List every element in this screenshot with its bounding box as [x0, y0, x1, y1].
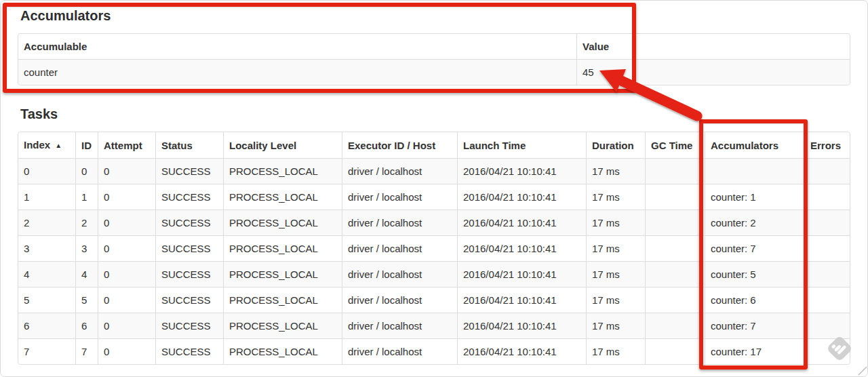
column-header-value: Value	[576, 34, 850, 59]
table-cell	[645, 235, 705, 261]
table-cell: 0	[98, 210, 155, 235]
table-cell	[804, 287, 850, 313]
table-cell	[804, 210, 850, 235]
table-cell: 5	[75, 287, 98, 313]
table-cell	[705, 158, 804, 184]
column-header-errors[interactable]: Errors	[804, 132, 850, 158]
table-cell: SUCCESS	[155, 261, 223, 287]
table-cell: 0	[98, 184, 155, 210]
table-row: 000SUCCESSPROCESS_LOCALdriver / localhos…	[18, 158, 850, 184]
table-cell: 0	[98, 235, 155, 261]
column-header-locality-level[interactable]: Locality Level	[223, 132, 342, 158]
table-cell: 17 ms	[586, 158, 645, 184]
table-cell: 2016/04/21 10:10:41	[457, 338, 586, 364]
column-header-label: Errors	[810, 140, 841, 151]
table-cell: 7	[18, 338, 75, 364]
table-cell	[645, 184, 705, 210]
table-cell: 1	[75, 184, 98, 210]
table-cell: counter: 7	[705, 313, 804, 338]
column-header-gc-time[interactable]: GC Time	[645, 132, 705, 158]
table-cell: counter: 1	[705, 184, 804, 210]
table-cell: SUCCESS	[155, 235, 223, 261]
column-header-id[interactable]: ID	[75, 132, 98, 158]
tasks-section-title: Tasks	[20, 106, 849, 121]
table-cell: 17 ms	[586, 261, 645, 287]
table-cell	[804, 184, 850, 210]
resize-corner-icon	[859, 367, 867, 375]
table-cell: 0	[98, 261, 155, 287]
table-row: 660SUCCESSPROCESS_LOCALdriver / localhos…	[18, 313, 850, 338]
table-cell: counter: 17	[705, 338, 804, 364]
table-cell: PROCESS_LOCAL	[223, 235, 342, 261]
table-cell: 0	[18, 158, 75, 184]
table-cell: 0	[75, 158, 98, 184]
table-cell: SUCCESS	[155, 287, 223, 313]
table-cell: PROCESS_LOCAL	[223, 287, 342, 313]
table-row: 330SUCCESSPROCESS_LOCALdriver / localhos…	[18, 235, 850, 261]
table-cell: SUCCESS	[155, 210, 223, 235]
tasks-header-row: Index▲IDAttemptStatusLocality LevelExecu…	[18, 132, 850, 158]
table-cell: counter: 5	[705, 261, 804, 287]
spark-stage-page: Accumulators AccumulableValue counter45 …	[18, 8, 849, 365]
table-row: 220SUCCESSPROCESS_LOCALdriver / localhos…	[18, 210, 850, 235]
tasks-table: Index▲IDAttemptStatusLocality LevelExecu…	[18, 132, 850, 365]
accumulators-table: AccumulableValue counter45	[18, 33, 850, 85]
table-cell: driver / localhost	[342, 158, 457, 184]
column-header-label: Executor ID / Host	[348, 140, 435, 151]
table-cell: 7	[75, 338, 98, 364]
table-cell: PROCESS_LOCAL	[223, 184, 342, 210]
column-header-label: Value	[583, 41, 609, 52]
column-header-accumulators[interactable]: Accumulators	[705, 132, 804, 158]
column-header-launch-time[interactable]: Launch Time	[457, 132, 586, 158]
table-cell: PROCESS_LOCAL	[223, 210, 342, 235]
table-cell	[804, 313, 850, 338]
column-header-label: Accumulable	[24, 41, 87, 52]
table-cell: 6	[75, 313, 98, 338]
table-cell: 2016/04/21 10:10:41	[457, 158, 586, 184]
table-cell: 2016/04/21 10:10:41	[457, 210, 586, 235]
column-header-status[interactable]: Status	[155, 132, 223, 158]
column-header-label: Launch Time	[463, 140, 526, 151]
table-cell: PROCESS_LOCAL	[223, 261, 342, 287]
table-cell	[804, 338, 850, 364]
table-cell: 2	[18, 210, 75, 235]
table-cell: 2016/04/21 10:10:41	[457, 184, 586, 210]
table-cell: 2016/04/21 10:10:41	[457, 261, 586, 287]
table-cell: 17 ms	[586, 313, 645, 338]
table-cell: driver / localhost	[342, 235, 457, 261]
table-cell	[804, 261, 850, 287]
column-header-index[interactable]: Index▲	[18, 132, 75, 158]
column-header-executor-id-host[interactable]: Executor ID / Host	[342, 132, 457, 158]
table-cell: 0	[98, 287, 155, 313]
column-header-accumulable: Accumulable	[18, 34, 576, 59]
table-row: 440SUCCESSPROCESS_LOCALdriver / localhos…	[18, 261, 850, 287]
column-header-label: GC Time	[651, 140, 692, 151]
table-cell: driver / localhost	[342, 338, 457, 364]
accumulators-section-title: Accumulators	[20, 8, 849, 23]
table-cell: counter	[18, 59, 576, 85]
table-cell: SUCCESS	[155, 313, 223, 338]
column-header-label: Locality Level	[229, 140, 296, 151]
column-header-duration[interactable]: Duration	[586, 132, 645, 158]
column-header-label: Duration	[592, 140, 634, 151]
table-cell	[645, 210, 705, 235]
table-cell: PROCESS_LOCAL	[223, 338, 342, 364]
table-cell: driver / localhost	[342, 287, 457, 313]
table-cell: SUCCESS	[155, 158, 223, 184]
table-cell: 2016/04/21 10:10:41	[457, 235, 586, 261]
table-cell	[804, 235, 850, 261]
table-cell	[645, 313, 705, 338]
column-header-attempt[interactable]: Attempt	[98, 132, 155, 158]
table-cell: 17 ms	[586, 184, 645, 210]
table-cell: 4	[75, 261, 98, 287]
table-cell: 2016/04/21 10:10:41	[457, 313, 586, 338]
table-cell: 17 ms	[586, 235, 645, 261]
table-cell: counter: 6	[705, 287, 804, 313]
table-cell: 2	[75, 210, 98, 235]
table-cell: 17 ms	[586, 287, 645, 313]
table-cell: PROCESS_LOCAL	[223, 158, 342, 184]
table-cell: 4	[18, 261, 75, 287]
table-cell: 0	[98, 158, 155, 184]
table-cell: 3	[75, 235, 98, 261]
table-cell: driver / localhost	[342, 184, 457, 210]
